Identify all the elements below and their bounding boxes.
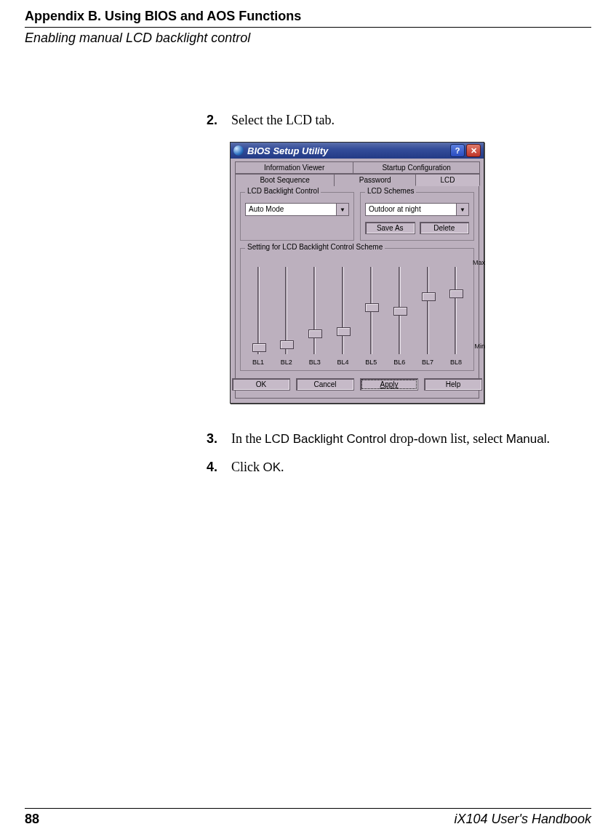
delete-button[interactable]: Delete [420,222,470,234]
slider-track[interactable] [455,267,457,354]
step-text: Select the LCD tab. [231,111,335,129]
slider-bl8[interactable]: BL8 [446,267,466,366]
slider-label: BL4 [337,359,349,366]
slider-track[interactable] [285,267,287,354]
slider-thumb[interactable] [422,292,436,301]
apply-button[interactable]: Apply [360,378,418,391]
slider-thumb[interactable] [252,343,266,352]
slider-label: BL2 [281,359,292,366]
header-rule [25,27,591,28]
tab-information-viewer[interactable]: Information Viewer [235,161,353,174]
slider-label: BL8 [450,359,462,366]
slider-label: BL7 [422,359,433,366]
tab-row-back: Information Viewer Startup Configuration [235,161,479,174]
slider-thumb[interactable] [393,307,407,316]
slider-bl1[interactable]: BL1 [248,267,268,366]
slider-track[interactable] [342,267,344,354]
slider-track[interactable] [257,267,260,354]
group-label: Setting for LCD Backlight Control Scheme [245,243,385,251]
tab-lcd[interactable]: LCD [415,174,480,186]
save-as-button[interactable]: Save As [365,222,415,234]
help-button[interactable]: Help [424,378,482,391]
slider-thumb[interactable] [308,329,322,338]
step-number: 4. [207,458,231,476]
ok-button[interactable]: OK [232,378,290,391]
slider-bl2[interactable]: BL2 [276,267,297,366]
scheme-dropdown[interactable]: Outdoor at night ▼ [365,203,469,216]
chevron-down-icon[interactable]: ▼ [337,203,349,216]
tab-boot-sequence[interactable]: Boot Sequence [235,174,335,186]
slider-label: BL1 [252,359,264,366]
step-4: 4. Click OK. [207,458,591,476]
titlebar-close-button[interactable]: ✕ [466,144,481,157]
section-title: Enabling manual LCD backlight control [25,31,591,46]
step-text: Click OK. [231,458,284,476]
tab-startup-configuration[interactable]: Startup Configuration [353,161,480,174]
window-title: BIOS Setup Utility [247,145,328,156]
cancel-button[interactable]: Cancel [296,378,354,391]
appendix-title: Appendix B. Using BIOS and AOS Functions [25,9,591,24]
slider-label: BL6 [393,359,405,366]
group-label: LCD Schemes [365,187,416,195]
step-text: In the LCD Backlight Control drop-down l… [231,430,550,448]
page-footer: 88 iX104 User's Handbook [25,808,591,827]
slider-track[interactable] [399,267,401,354]
dialog-buttons: OK Cancel Apply Help [240,378,474,391]
bios-setup-window: BIOS Setup Utility ? ✕ Information Viewe… [230,142,484,404]
slider-track[interactable] [313,267,316,354]
chevron-down-icon[interactable]: ▼ [457,203,469,216]
slider-thumb[interactable] [365,303,379,312]
dropdown-value: Auto Mode [245,203,337,216]
tab-row-front: Boot Sequence Password LCD [235,174,479,186]
max-label: Max [473,259,485,266]
group-sliders: Setting for LCD Backlight Control Scheme… [240,248,474,371]
slider-bl5[interactable]: BL5 [361,267,381,366]
slider-thumb[interactable] [280,340,294,349]
titlebar-help-button[interactable]: ? [450,144,465,157]
slider-track[interactable] [427,267,429,354]
lcd-panel: LCD Backlight Control Auto Mode ▼ LCD Sc… [235,186,479,399]
dropdown-value: Outdoor at night [365,203,457,216]
step-number: 2. [207,111,231,129]
slider-label: BL3 [309,359,321,366]
slider-row: Max Min BL1BL2BL3BL4BL5BL6BL7BL8 [245,259,469,366]
group-backlight-control: LCD Backlight Control Auto Mode ▼ [240,192,354,241]
backlight-mode-dropdown[interactable]: Auto Mode ▼ [245,203,349,216]
step-number: 3. [207,430,231,448]
slider-bl7[interactable]: BL7 [417,267,438,366]
min-label: Min [474,343,485,350]
titlebar[interactable]: BIOS Setup Utility ? ✕ [231,143,484,159]
slider-track[interactable] [370,267,372,354]
group-label: LCD Backlight Control [245,187,321,195]
slider-thumb[interactable] [337,327,351,336]
group-lcd-schemes: LCD Schemes Outdoor at night ▼ Save As D… [360,192,474,241]
slider-bl4[interactable]: BL4 [333,267,353,366]
slider-label: BL5 [365,359,377,366]
step-3: 3. In the LCD Backlight Control drop-dow… [207,430,591,448]
app-icon [233,145,244,156]
slider-bl6[interactable]: BL6 [389,267,409,366]
tab-password[interactable]: Password [334,174,416,186]
slider-thumb[interactable] [449,289,463,298]
slider-bl3[interactable]: BL3 [305,267,325,366]
page-number: 88 [25,812,39,827]
book-title: iX104 User's Handbook [454,812,591,827]
step-2: 2. Select the LCD tab. [207,111,591,129]
